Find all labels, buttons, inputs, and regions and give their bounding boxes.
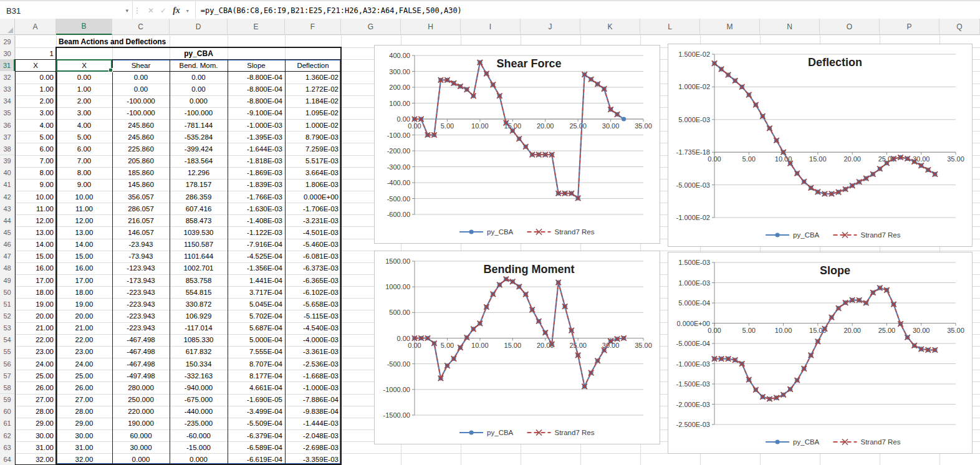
cell-D31-header[interactable]: Bend. Mom.: [170, 59, 228, 71]
row-header-34[interactable]: 34: [0, 95, 15, 108]
cell-F57[interactable]: -1.668E-03: [285, 370, 341, 381]
cell-B39[interactable]: 7.00: [56, 155, 112, 167]
row-header-41[interactable]: 41: [0, 179, 15, 191]
cell-D42[interactable]: 286.359: [170, 191, 228, 203]
cell-F43[interactable]: -1.706E-03: [285, 203, 341, 214]
cell-B41[interactable]: 9.00: [56, 179, 112, 191]
cell-C64[interactable]: 0.000: [112, 453, 170, 465]
cell-D60[interactable]: -440.000: [170, 406, 228, 418]
cell-E56[interactable]: 8.707E-04: [228, 358, 285, 370]
cell-D50[interactable]: 554.815: [170, 286, 228, 298]
cell-F51[interactable]: -5.658E-03: [285, 298, 341, 310]
row-header-62[interactable]: 62: [0, 429, 15, 442]
cell-A48[interactable]: 16.00: [15, 262, 56, 274]
cell-B55[interactable]: 23.00: [56, 346, 112, 358]
cell-B30-merged-py-cba[interactable]: py_CBA: [56, 47, 341, 59]
cell-A61[interactable]: 29.00: [15, 418, 56, 429]
cell-A52[interactable]: 20.00: [15, 310, 56, 322]
chart-slope[interactable]: 1.500E-031.000E-035.000E-040.000E+00-5.0…: [668, 252, 973, 454]
cell-F62[interactable]: -2.048E-03: [285, 429, 341, 441]
cell-C54[interactable]: -467.498: [112, 334, 170, 346]
cell-D55[interactable]: 617.832: [170, 346, 228, 358]
row-header-55[interactable]: 55: [0, 346, 15, 358]
cell-D33[interactable]: 0.00: [170, 84, 228, 95]
cell-B36[interactable]: 4.00: [56, 119, 112, 131]
column-header-G[interactable]: G: [341, 19, 401, 35]
cell-E45[interactable]: -1.122E-03: [228, 226, 285, 238]
cell-E54[interactable]: 5.000E-04: [228, 334, 285, 346]
enter-icon[interactable]: ✓: [160, 6, 166, 15]
column-header-I[interactable]: I: [461, 19, 521, 35]
cell-E53[interactable]: 5.687E-04: [228, 322, 285, 334]
cell-A54[interactable]: 22.00: [15, 334, 56, 346]
cell-F54[interactable]: -4.000E-03: [285, 334, 341, 346]
cell-C31-header[interactable]: Shear: [112, 59, 170, 71]
cell-D45[interactable]: 1039.530: [170, 226, 228, 238]
cell-A44[interactable]: 12.00: [15, 214, 56, 226]
row-header-46[interactable]: 46: [0, 239, 15, 251]
row-header-54[interactable]: 54: [0, 334, 15, 347]
cell-F61[interactable]: -1.444E-03: [285, 418, 341, 429]
cell-A49[interactable]: 17.00: [15, 274, 56, 286]
cell-D48[interactable]: 1002.701: [170, 262, 228, 274]
cell-A45[interactable]: 13.00: [15, 226, 56, 238]
cell-A31-header[interactable]: X: [15, 59, 56, 71]
column-header-L[interactable]: L: [640, 19, 700, 35]
cell-C62[interactable]: 60.000: [112, 429, 170, 441]
row-header-30[interactable]: 30: [0, 47, 15, 60]
chart-bending-moment[interactable]: 1500.001000.00500.000.00-500.00-1000.00-…: [374, 251, 660, 444]
cell-B56[interactable]: 24.00: [56, 358, 112, 370]
cell-E40[interactable]: -1.869E-03: [228, 167, 285, 179]
cell-B29-sheet-title[interactable]: Beam Actions and Deflections: [59, 36, 246, 47]
row-header-40[interactable]: 40: [0, 167, 15, 180]
column-header-C[interactable]: C: [112, 19, 170, 35]
cell-A58[interactable]: 26.00: [15, 381, 56, 393]
row-header-37[interactable]: 37: [0, 131, 15, 143]
cell-A51[interactable]: 19.00: [15, 298, 56, 310]
fx-chevron-icon[interactable]: ▾: [186, 8, 189, 14]
cell-E37[interactable]: -1.395E-03: [228, 131, 285, 143]
cell-A59[interactable]: 27.00: [15, 394, 56, 406]
cell-D57[interactable]: -332.163: [170, 370, 228, 381]
cell-C56[interactable]: -467.498: [112, 358, 170, 370]
cell-B60[interactable]: 28.00: [56, 406, 112, 418]
cell-F44[interactable]: -3.231E-03: [285, 214, 341, 226]
formula-input[interactable]: =py_CBA(B6:C8,E6:I9,B21:E25,F21:H26,A32:…: [196, 1, 980, 20]
column-header-P[interactable]: P: [880, 19, 939, 35]
cell-A41[interactable]: 9.00: [15, 179, 56, 191]
cell-D41[interactable]: 178.157: [170, 179, 228, 191]
cell-C61[interactable]: 190.000: [112, 418, 170, 429]
cancel-icon[interactable]: ✕: [148, 6, 154, 15]
cell-E57[interactable]: 8.177E-04: [228, 370, 285, 381]
row-header-32[interactable]: 32: [0, 71, 15, 84]
row-header-48[interactable]: 48: [0, 262, 15, 275]
cell-D34[interactable]: 0.000: [170, 95, 228, 107]
cell-B61[interactable]: 29.00: [56, 418, 112, 429]
cell-B58[interactable]: 26.00: [56, 381, 112, 393]
cell-C38[interactable]: 225.860: [112, 143, 170, 155]
cell-A42[interactable]: 10.00: [15, 191, 56, 203]
cell-B42[interactable]: 10.00: [56, 191, 112, 203]
cell-F59[interactable]: -7.886E-04: [285, 394, 341, 406]
cell-A47[interactable]: 15.00: [15, 251, 56, 262]
row-header-36[interactable]: 36: [0, 119, 15, 132]
cell-D32[interactable]: 0.00: [170, 71, 228, 83]
cell-F42[interactable]: 0.000E+00: [285, 191, 341, 203]
insert-function-icon[interactable]: fx: [173, 6, 180, 16]
cell-B44[interactable]: 12.00: [56, 214, 112, 226]
cell-A36[interactable]: 4.00: [15, 119, 56, 131]
row-header-47[interactable]: 47: [0, 251, 15, 263]
cell-F31-header[interactable]: Deflection: [285, 59, 341, 71]
cell-E58[interactable]: 4.661E-04: [228, 381, 285, 393]
cell-E35[interactable]: -9.100E-04: [228, 107, 285, 119]
cell-C46[interactable]: -23.943: [112, 239, 170, 251]
cell-E49[interactable]: 1.441E-04: [228, 274, 285, 286]
cell-F60[interactable]: -9.838E-04: [285, 406, 341, 418]
cell-D35[interactable]: -100.000: [170, 107, 228, 119]
cell-A53[interactable]: 21.00: [15, 322, 56, 334]
cell-C47[interactable]: -73.943: [112, 251, 170, 262]
row-header-61[interactable]: 61: [0, 418, 15, 430]
cell-F52[interactable]: -5.115E-03: [285, 310, 341, 322]
cell-A56[interactable]: 24.00: [15, 358, 56, 370]
column-header-M[interactable]: M: [700, 19, 760, 35]
